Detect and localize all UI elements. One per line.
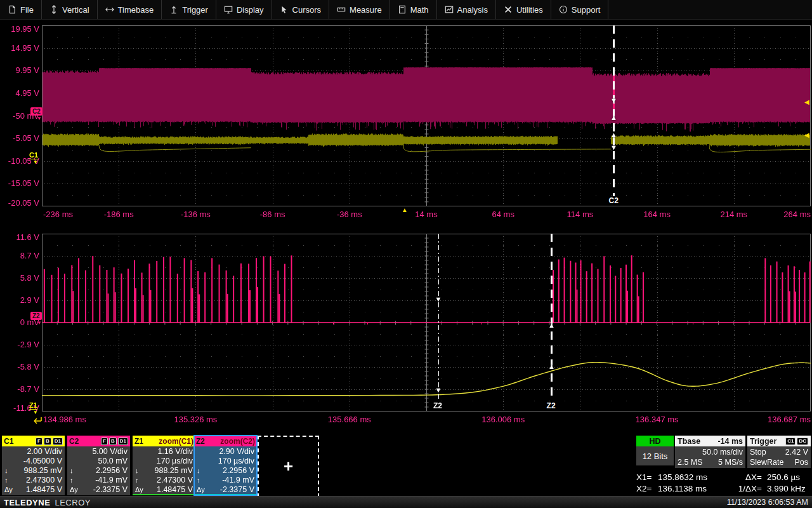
y-axis-label: 8.7 V [0, 251, 39, 260]
menu-item-vertical[interactable]: Vertical [42, 0, 98, 19]
up-cursor-icon: ↑ [70, 476, 74, 484]
menu-item-math[interactable]: Math [390, 0, 437, 19]
y-axis-label: -50 mV [0, 111, 39, 121]
descriptor-header: C1 F B D1 [2, 436, 65, 446]
file-icon [8, 5, 16, 14]
timebase-box[interactable]: Tbase -14 ms 50.0 ms/div 2.5 MS5 MS/s [675, 436, 745, 468]
zoom-descriptor-z2-selected[interactable]: Z2 zoom(C2) 2.90 V/div 170 µs/div ↓2.295… [194, 436, 257, 495]
zoom-source-label: zoom(C2) [220, 437, 255, 446]
vertical-icon [49, 5, 58, 14]
menu-item-timebase[interactable]: Timebase [98, 0, 162, 19]
cursor2-row: ↑-41.9 mV [67, 475, 130, 485]
trigger-source-badge: C1 [785, 438, 796, 445]
offset-row: 50.0 mV [67, 456, 130, 465]
plus-icon: + [284, 457, 293, 476]
x1-value: 135.8632 ms [658, 472, 729, 482]
menu-item-display[interactable]: Display [216, 0, 272, 19]
brand-logo: TELEDYNE LECROY [4, 498, 91, 507]
delta-row: Δy-2.3375 V [194, 485, 257, 494]
y-axis-label: 0 mV [0, 318, 39, 327]
x-axis-label: 164 ms [643, 210, 671, 219]
menu-item-utilities[interactable]: Utilities [496, 0, 551, 19]
timebase-header: Tbase -14 ms [675, 436, 745, 446]
menu-item-label: Support [572, 5, 601, 15]
delta-y-icon: Δy [197, 486, 205, 493]
timebase-row: 170 µs/div [194, 456, 257, 465]
y-axis-label: 14.95 V [0, 43, 39, 53]
measure-icon [337, 5, 346, 14]
trace-indicator-z2[interactable]: Z2 [30, 312, 42, 320]
timebase-row: 170 µs/div [133, 456, 195, 465]
trace-indicator-c1[interactable]: C1 [29, 151, 38, 159]
dx-label: ΔX= [729, 472, 767, 482]
trigger-title: Trigger [750, 437, 776, 446]
menu-item-label: Trigger [182, 5, 208, 15]
y-axis-label: -5.05 V [0, 133, 39, 143]
trace-indicator-c2[interactable]: C2 [30, 107, 43, 116]
trigger-slope: Pos [794, 458, 808, 467]
x-axis-label: 14 ms [415, 210, 437, 219]
cursor-line[interactable] [613, 25, 615, 206]
d1-badge: D1 [118, 438, 128, 445]
descriptor-header: C2 F B D1 [67, 436, 130, 446]
invdx-label: 1/ΔX= [729, 484, 767, 493]
trace-indicator-z1[interactable]: Z1 [29, 401, 37, 410]
y-axis-label: -11.6 V [0, 403, 39, 413]
y-axis-label: -20.05 V [0, 198, 39, 208]
scale-row: 2.00 V/div [2, 446, 65, 456]
zoom-descriptor-z1[interactable]: Z1 zoom(C1) 1.16 V/div 170 µs/div ↓988.2… [133, 436, 195, 495]
trace-indicator-arrow-icon: ▼ [37, 116, 42, 122]
menu-item-cursors[interactable]: Cursors [272, 0, 330, 19]
x-axis-label: -36 ms [337, 210, 362, 219]
datetime-display: 11/13/2023 6:06:53 AM [727, 498, 808, 507]
menu-item-trigger[interactable]: Trigger [162, 0, 216, 19]
up-cursor-icon: ↑ [4, 476, 8, 484]
channel-label: C2 [69, 437, 79, 446]
cursor-line[interactable] [551, 234, 553, 411]
x2-value: 136.1138 ms [658, 484, 729, 493]
trigger-header: Trigger C1 DC [747, 436, 811, 446]
trigger-position-icon: ▲ [402, 207, 408, 213]
x-axis-label: -86 ms [260, 210, 285, 219]
trace-label: Z2 [196, 437, 205, 446]
menu-item-support[interactable]: Support [551, 0, 609, 19]
channel-label: C1 [4, 437, 13, 446]
main-grid-canvas[interactable] [42, 25, 811, 206]
y-axis-label: -5.8 V [0, 362, 39, 371]
zoom-source-label: zoom(C1) [159, 437, 193, 446]
trigger-box[interactable]: Trigger C1 DC Stop2.42 V SlewRatePos [747, 436, 811, 468]
y-axis-label: 19.95 V [0, 24, 39, 34]
zoom-grid-canvas[interactable] [42, 234, 811, 411]
menu-item-analysis[interactable]: Analysis [437, 0, 496, 19]
trace-indicator-arrow-icon: ▼ [33, 410, 38, 416]
hd-mode-box[interactable]: HD 12 Bits [636, 436, 674, 465]
invdx-value: 3.990 kHz [767, 484, 806, 493]
add-trace-button[interactable]: + [258, 436, 319, 497]
filter-badge: F [36, 438, 43, 445]
cursor-line[interactable] [438, 234, 439, 411]
y-axis-label: 9.95 V [0, 65, 39, 75]
cursors-icon [280, 5, 289, 14]
channel-descriptor-c2[interactable]: C2 F B D1 5.00 V/div 50.0 mV ↓2.2956 V ↑… [67, 436, 130, 495]
delta-y-icon: Δy [135, 486, 143, 493]
menu-item-label: Display [237, 5, 264, 15]
menu-item-label: Cursors [292, 5, 322, 15]
channel-descriptor-c1[interactable]: C1 F B D1 2.00 V/div -4.05000 V ↓988.25 … [2, 436, 65, 495]
y-axis-label: -8.7 V [0, 384, 39, 394]
y-axis-label: 2.9 V [0, 295, 39, 305]
menu-item-measure[interactable]: Measure [329, 0, 390, 19]
scale-row: 2.90 V/div [194, 446, 257, 456]
down-cursor-icon: ↓ [197, 467, 200, 474]
x-axis-label: -236 ms [43, 210, 73, 219]
status-bar: TELEDYNE LECROY 11/13/2023 6:06:53 AM [0, 496, 812, 508]
bandwidth-badge: B [44, 438, 51, 445]
offset-row: -4.05000 V [2, 456, 65, 465]
cursor1-row: ↓2.2956 V [194, 465, 257, 475]
y-axis-label: -10.05 V [0, 156, 39, 166]
trigger-body: Stop2.42 V SlewRatePos [747, 446, 811, 468]
menu-item-file[interactable]: File [0, 0, 42, 19]
x1-label: X1= [636, 472, 658, 482]
x-axis-label: 264 ms [783, 210, 811, 219]
menu-item-label: Utilities [516, 5, 543, 15]
trigger-icon [169, 5, 178, 14]
